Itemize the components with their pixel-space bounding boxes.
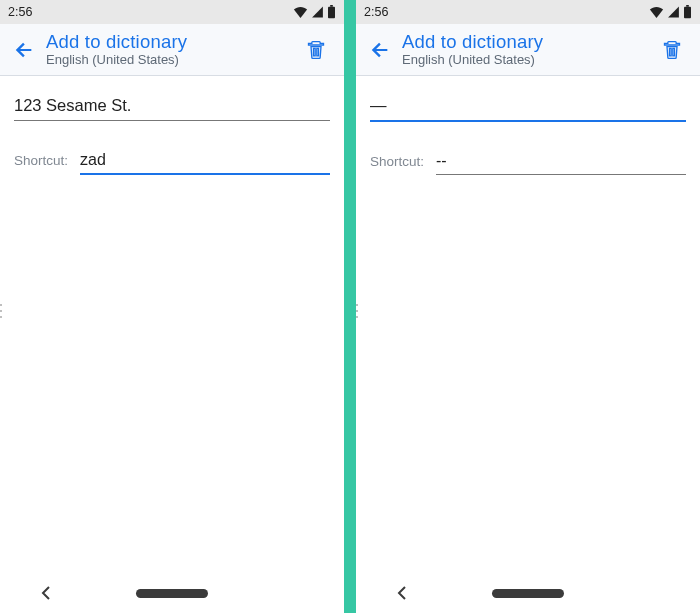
- shortcut-input[interactable]: [436, 148, 686, 175]
- back-arrow-icon: [369, 39, 391, 61]
- appbar-title: Add to dictionary: [46, 31, 296, 52]
- content-area: Shortcut:: [356, 76, 700, 175]
- appbar-titles: Add to dictionary English (United States…: [46, 31, 296, 68]
- wifi-icon: [649, 6, 664, 18]
- nav-home-pill[interactable]: [136, 589, 208, 598]
- shortcut-label: Shortcut:: [14, 153, 68, 168]
- shortcut-input[interactable]: [80, 147, 330, 175]
- nav-bar: [0, 573, 344, 613]
- edge-handle: [356, 300, 359, 336]
- app-bar: Add to dictionary English (United States…: [356, 24, 700, 76]
- trash-icon: [306, 39, 326, 61]
- phone-right: 2:56 Add to dictionary English (United S…: [356, 0, 700, 613]
- nav-bar: [356, 573, 700, 613]
- app-bar: Add to dictionary English (United States…: [0, 24, 344, 76]
- appbar-subtitle: English (United States): [46, 53, 296, 68]
- shortcut-row: Shortcut:: [14, 147, 330, 175]
- back-button[interactable]: [360, 30, 400, 70]
- word-input[interactable]: [370, 90, 686, 122]
- chevron-left-icon: [396, 586, 408, 600]
- appbar-titles: Add to dictionary English (United States…: [402, 31, 652, 68]
- comparison-divider: [344, 0, 356, 613]
- battery-icon: [683, 5, 692, 19]
- status-bar: 2:56: [0, 0, 344, 24]
- nav-spacer: [644, 583, 664, 603]
- edge-handle: [0, 300, 3, 336]
- appbar-title: Add to dictionary: [402, 31, 652, 52]
- back-button[interactable]: [4, 30, 44, 70]
- nav-home-pill[interactable]: [492, 589, 564, 598]
- nav-spacer: [288, 583, 308, 603]
- svg-rect-2: [684, 7, 691, 18]
- status-clock: 2:56: [8, 5, 32, 19]
- shortcut-row: Shortcut:: [370, 148, 686, 175]
- delete-button[interactable]: [652, 30, 692, 70]
- svg-rect-0: [328, 7, 335, 18]
- status-clock: 2:56: [364, 5, 388, 19]
- shortcut-label: Shortcut:: [370, 154, 424, 169]
- signal-icon: [667, 6, 680, 18]
- word-input[interactable]: [14, 90, 330, 121]
- content-area: Shortcut:: [0, 76, 344, 175]
- status-bar: 2:56: [356, 0, 700, 24]
- svg-rect-1: [330, 5, 333, 7]
- back-arrow-icon: [13, 39, 35, 61]
- signal-icon: [311, 6, 324, 18]
- delete-button[interactable]: [296, 30, 336, 70]
- battery-icon: [327, 5, 336, 19]
- appbar-subtitle: English (United States): [402, 53, 652, 68]
- nav-back-button[interactable]: [392, 583, 412, 603]
- svg-rect-3: [686, 5, 689, 7]
- trash-icon: [662, 39, 682, 61]
- wifi-icon: [293, 6, 308, 18]
- nav-back-button[interactable]: [36, 583, 56, 603]
- chevron-left-icon: [40, 586, 52, 600]
- phone-left: 2:56 Add to dictionary English (United S…: [0, 0, 344, 613]
